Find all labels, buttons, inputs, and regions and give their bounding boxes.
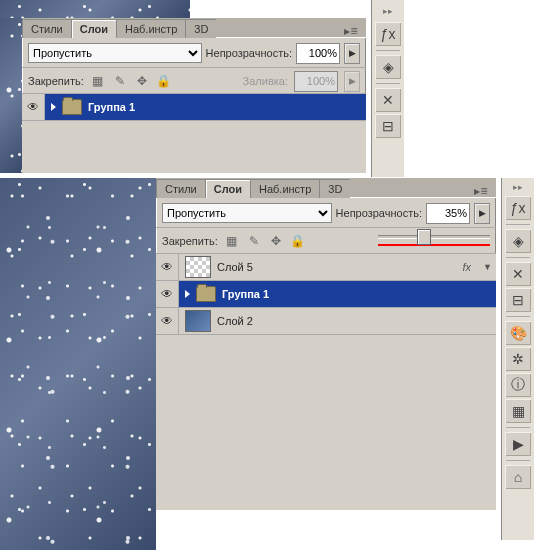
tab-layers[interactable]: Слои (71, 19, 116, 38)
visibility-toggle[interactable] (156, 281, 179, 307)
opacity-input[interactable] (426, 203, 470, 224)
lock-pixels-icon[interactable]: ✎ (112, 73, 128, 89)
layer-thumbnail (185, 310, 211, 332)
dock-collapse-icon[interactable]: ▸▸ (502, 180, 534, 194)
fill-flyout-icon: ▶ (344, 71, 360, 92)
layer-name[interactable]: Слой 5 (217, 261, 253, 273)
opacity-label: Непрозрачность: (336, 207, 422, 219)
camera-icon[interactable]: ⌂ (505, 465, 531, 489)
fill-label: Заливка: (243, 75, 288, 87)
dock-collapse-icon[interactable]: ▸▸ (372, 2, 404, 20)
fx-indicator[interactable]: fx (463, 261, 472, 273)
panel-menu-icon[interactable]: ▸≡ (336, 24, 366, 38)
lock-transparency-icon[interactable]: ▦ (224, 233, 240, 249)
chevron-down-icon[interactable]: ▼ (483, 262, 492, 272)
tools-icon[interactable]: ✕ (375, 88, 401, 112)
lock-pixels-icon[interactable]: ✎ (246, 233, 262, 249)
folder-icon (62, 99, 82, 115)
tab-toolpresets[interactable]: Наб.инстр (250, 179, 319, 198)
eye-icon (161, 314, 173, 328)
align-icon[interactable]: ⊟ (505, 288, 531, 312)
tab-layers[interactable]: Слои (205, 179, 250, 198)
fx-icon[interactable]: ƒx (375, 22, 401, 46)
visibility-toggle[interactable] (156, 308, 179, 334)
opacity-slider[interactable] (378, 230, 490, 244)
layer-row[interactable]: Слой 2 (156, 308, 496, 335)
slider-track (378, 235, 490, 239)
lock-label: Закрепить: (162, 235, 218, 247)
tab-3d[interactable]: 3D (319, 179, 350, 198)
layer-name[interactable]: Группа 1 (88, 101, 135, 113)
lock-position-icon[interactable]: ✥ (134, 73, 150, 89)
info-icon[interactable]: ⓘ (505, 373, 531, 397)
annotation-underline (378, 244, 490, 246)
lock-all-icon[interactable]: 🔒 (156, 73, 172, 89)
settings-icon[interactable]: ✲ (505, 347, 531, 371)
tab-styles[interactable]: Стили (156, 179, 205, 198)
lock-transparency-icon[interactable]: ▦ (90, 73, 106, 89)
divider (506, 224, 530, 225)
folder-icon (196, 286, 216, 302)
blend-mode-select[interactable]: Пропустить (28, 43, 202, 63)
tab-toolpresets[interactable]: Наб.инстр (116, 19, 185, 38)
fill-input (294, 71, 338, 92)
layer-row[interactable]: Группа 1 (156, 281, 496, 308)
opacity-flyout-icon[interactable]: ▶ (344, 43, 360, 64)
layer-name[interactable]: Группа 1 (222, 288, 269, 300)
lock-all-icon[interactable]: 🔒 (290, 233, 306, 249)
palette-icon[interactable]: 🎨 (505, 321, 531, 345)
visibility-toggle[interactable] (156, 254, 179, 280)
divider (506, 316, 530, 317)
layer-row[interactable]: Группа 1 (22, 94, 366, 121)
actions-icon[interactable]: ▶ (505, 432, 531, 456)
swatches-icon[interactable]: ▦ (505, 399, 531, 423)
divider (376, 83, 400, 84)
opacity-flyout-icon[interactable]: ▶ (474, 203, 490, 224)
divider (376, 50, 400, 51)
tools-icon[interactable]: ✕ (505, 262, 531, 286)
tab-3d[interactable]: 3D (185, 19, 216, 38)
opacity-input[interactable] (296, 43, 340, 64)
align-icon[interactable]: ⊟ (375, 114, 401, 138)
layer-thumbnail (185, 256, 211, 278)
disclosure-triangle-icon[interactable] (185, 290, 190, 298)
fx-icon[interactable]: ƒx (505, 196, 531, 220)
lock-position-icon[interactable]: ✥ (268, 233, 284, 249)
eye-icon (27, 100, 39, 114)
layers-icon[interactable]: ◈ (505, 229, 531, 253)
divider (506, 257, 530, 258)
divider (506, 460, 530, 461)
panel-menu-icon[interactable]: ▸≡ (466, 184, 496, 198)
visibility-toggle[interactable] (22, 94, 45, 120)
eye-icon (161, 260, 173, 274)
lock-label: Закрепить: (28, 75, 84, 87)
blend-mode-select[interactable]: Пропустить (162, 203, 332, 223)
layer-name[interactable]: Слой 2 (217, 315, 253, 327)
layer-row[interactable]: Слой 5 fx ▼ (156, 254, 496, 281)
eye-icon (161, 287, 173, 301)
divider (506, 427, 530, 428)
layers-icon[interactable]: ◈ (375, 55, 401, 79)
disclosure-triangle-icon[interactable] (51, 103, 56, 111)
tab-styles[interactable]: Стили (22, 19, 71, 38)
opacity-label: Непрозрачность: (206, 47, 292, 59)
slider-thumb-icon[interactable] (417, 229, 431, 245)
